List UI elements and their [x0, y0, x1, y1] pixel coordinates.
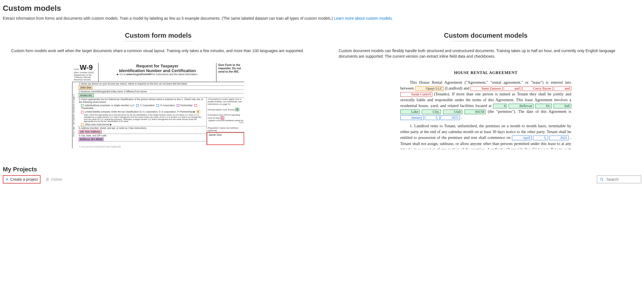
w9-title1: Request for Taxpayer	[100, 63, 214, 68]
w9-biz-value: Arctex Inc.	[79, 94, 94, 97]
svg-point-0	[600, 178, 603, 180]
w9-line2: 2 Business name/disregarded entity name,…	[78, 90, 244, 93]
svg-line-1	[602, 180, 603, 181]
page-title: Custom models	[3, 4, 641, 13]
landlord-box: Opayi LLC	[415, 86, 444, 91]
form-models-heading: Custom form models	[3, 32, 314, 39]
w9-form-id: W-9	[80, 63, 93, 72]
w9-name-value: John Doe	[79, 86, 92, 89]
w9-title2: Identification Number and Certification	[100, 68, 214, 73]
custom-doc-column: Custom document models Custom document m…	[330, 32, 642, 149]
w9-line1: 1 Name (as shown on your income tax retu…	[78, 82, 244, 86]
search-box[interactable]	[597, 175, 641, 183]
w9-line6: 6 City, state, and ZIP code	[78, 134, 206, 137]
page-subtitle: Extract information from forms and docum…	[3, 16, 641, 21]
w9-dept: Department of the Treasury Internal Reve…	[74, 74, 92, 81]
w9-side-tab: Print or type. See Specific Instructions…	[72, 82, 78, 148]
my-projects-heading: My Projects	[3, 166, 641, 173]
search-icon	[600, 177, 603, 182]
doc-models-heading: Custom document models	[330, 32, 642, 39]
plus-icon: +	[6, 177, 9, 182]
w9-form-label: Form	[74, 68, 79, 70]
w9-address: 100 Test Address	[79, 130, 102, 133]
learn-more-link[interactable]: Learn more about custom models.	[334, 16, 393, 21]
w9-line7: 7 List account number(s) here (optional)	[78, 145, 244, 148]
delete-button[interactable]: Delete	[46, 177, 62, 182]
trash-icon	[46, 177, 49, 181]
w9-form-preview: Form W-9 (Rev. October 2018) Department …	[72, 63, 244, 148]
projects-toolbar: + Create a project Delete	[3, 175, 641, 184]
delete-label: Delete	[51, 177, 62, 182]
doc-title: HOUSE RENTAL AGREEMENT	[400, 70, 571, 76]
create-project-label: Create a project	[10, 177, 38, 182]
w9-requester: Jamie Doe	[207, 132, 244, 145]
form-models-desc: Custom form models work well when the ta…	[3, 48, 314, 59]
w9-line3: 3 Check appropriate box for federal tax …	[78, 98, 206, 104]
search-input[interactable]	[606, 177, 638, 182]
w9-line5: 5 Address (number, street, and apt. or s…	[78, 126, 206, 130]
w9-give: Give Form to the requester. Do not send …	[216, 63, 244, 82]
rental-doc-preview: HOUSE RENTAL AGREEMENT This House Rental…	[400, 69, 572, 149]
w9-csz: Bellevue WA 98006	[79, 138, 103, 141]
w9-rev: (Rev. October 2018)	[74, 71, 94, 74]
custom-form-column: Custom form models Custom form models wo…	[3, 32, 314, 149]
create-project-button[interactable]: + Create a project	[3, 175, 41, 184]
subtitle-text: Extract information from forms and docum…	[3, 16, 334, 21]
doc-models-desc: Custom document models can flexibly hand…	[330, 48, 642, 65]
